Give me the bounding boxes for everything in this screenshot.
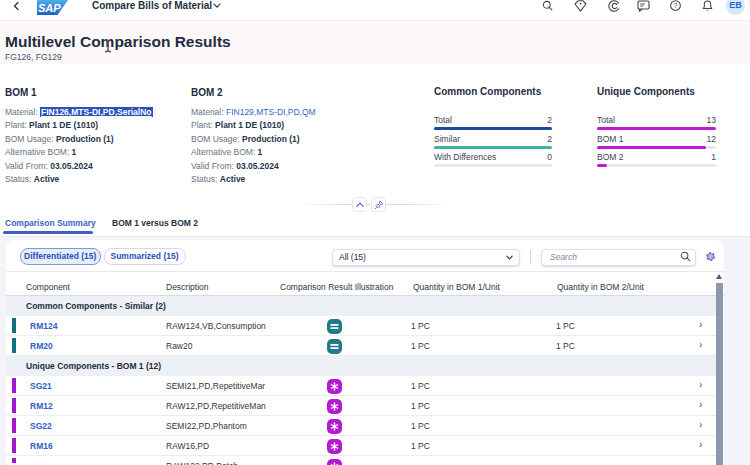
svg-text:SAP: SAP (38, 2, 61, 14)
svg-text:?: ? (673, 1, 677, 10)
